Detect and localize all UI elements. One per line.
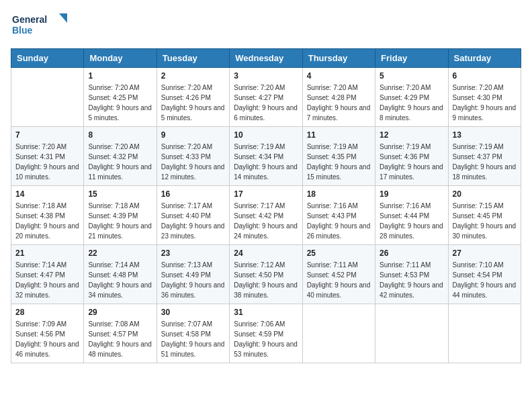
day-number: 22 [88,248,152,258]
day-info: Sunrise: 7:20 AMSunset: 4:33 PMDaylight:… [161,142,225,182]
calendar-cell [375,304,448,363]
calendar-cell: 14Sunrise: 7:18 AMSunset: 4:38 PMDayligh… [11,185,84,244]
day-info: Sunrise: 7:18 AMSunset: 4:39 PMDaylight:… [88,201,152,241]
day-number: 13 [453,130,517,140]
svg-text:Blue: Blue [12,25,33,36]
day-info: Sunrise: 7:19 AMSunset: 4:35 PMDaylight:… [307,142,371,182]
day-number: 27 [453,248,517,258]
day-info: Sunrise: 7:11 AMSunset: 4:53 PMDaylight:… [380,260,443,300]
calendar-cell: 16Sunrise: 7:17 AMSunset: 4:40 PMDayligh… [157,185,229,244]
svg-marker-2 [59,13,67,23]
calendar-cell: 5Sunrise: 7:20 AMSunset: 4:29 PMDaylight… [375,67,448,126]
day-number: 18 [307,189,371,199]
calendar-cell: 15Sunrise: 7:18 AMSunset: 4:39 PMDayligh… [84,185,157,244]
day-info: Sunrise: 7:09 AMSunset: 4:56 PMDaylight:… [15,319,79,359]
day-info: Sunrise: 7:16 AMSunset: 4:44 PMDaylight:… [380,201,443,241]
logo-svg: General Blue [11,11,71,38]
week-row-3: 14Sunrise: 7:18 AMSunset: 4:38 PMDayligh… [11,185,521,244]
day-number: 19 [380,189,443,199]
day-info: Sunrise: 7:07 AMSunset: 4:58 PMDaylight:… [161,319,225,359]
day-number: 31 [234,308,298,317]
day-number: 17 [234,189,298,199]
logo-text: General Blue [11,11,71,40]
calendar-cell: 19Sunrise: 7:16 AMSunset: 4:44 PMDayligh… [375,185,448,244]
calendar-cell: 23Sunrise: 7:13 AMSunset: 4:49 PMDayligh… [157,244,229,304]
day-info: Sunrise: 7:12 AMSunset: 4:50 PMDaylight:… [234,260,298,300]
week-row-2: 7Sunrise: 7:20 AMSunset: 4:31 PMDaylight… [11,126,521,185]
day-number: 11 [307,130,371,140]
day-info: Sunrise: 7:19 AMSunset: 4:36 PMDaylight:… [380,142,443,182]
weekday-thursday: Thursday [302,48,375,67]
day-number: 16 [161,189,225,199]
day-info: Sunrise: 7:20 AMSunset: 4:25 PMDaylight:… [88,83,152,123]
day-number: 25 [307,248,371,258]
weekday-tuesday: Tuesday [157,48,229,67]
calendar-cell: 26Sunrise: 7:11 AMSunset: 4:53 PMDayligh… [375,244,448,304]
weekday-friday: Friday [375,48,448,67]
calendar-cell: 24Sunrise: 7:12 AMSunset: 4:50 PMDayligh… [230,244,302,304]
calendar-cell: 12Sunrise: 7:19 AMSunset: 4:36 PMDayligh… [375,126,448,185]
calendar-cell: 9Sunrise: 7:20 AMSunset: 4:33 PMDaylight… [157,126,229,185]
day-number: 6 [453,71,517,81]
day-info: Sunrise: 7:20 AMSunset: 4:27 PMDaylight:… [234,83,298,123]
calendar-cell: 18Sunrise: 7:16 AMSunset: 4:43 PMDayligh… [302,185,375,244]
calendar-cell: 21Sunrise: 7:14 AMSunset: 4:47 PMDayligh… [11,244,84,304]
day-number: 30 [161,308,225,317]
calendar-cell: 29Sunrise: 7:08 AMSunset: 4:57 PMDayligh… [84,304,157,363]
calendar-cell: 25Sunrise: 7:11 AMSunset: 4:52 PMDayligh… [302,244,375,304]
day-number: 8 [88,130,152,140]
page-header: General Blue [11,11,521,40]
calendar-cell: 3Sunrise: 7:20 AMSunset: 4:27 PMDaylight… [230,67,302,126]
day-number: 24 [234,248,298,258]
day-info: Sunrise: 7:17 AMSunset: 4:40 PMDaylight:… [161,201,225,241]
week-row-4: 21Sunrise: 7:14 AMSunset: 4:47 PMDayligh… [11,244,521,304]
day-number: 21 [15,248,79,258]
day-number: 10 [234,130,298,140]
day-info: Sunrise: 7:16 AMSunset: 4:43 PMDaylight:… [307,201,371,241]
calendar-cell: 7Sunrise: 7:20 AMSunset: 4:31 PMDaylight… [11,126,84,185]
day-info: Sunrise: 7:17 AMSunset: 4:42 PMDaylight:… [234,201,298,241]
calendar-cell: 6Sunrise: 7:20 AMSunset: 4:30 PMDaylight… [448,67,521,126]
day-number: 20 [453,189,517,199]
calendar-cell: 27Sunrise: 7:10 AMSunset: 4:54 PMDayligh… [448,244,521,304]
calendar-table: SundayMondayTuesdayWednesdayThursdayFrid… [11,48,521,363]
day-number: 9 [161,130,225,140]
calendar-cell [302,304,375,363]
calendar-cell [11,67,84,126]
calendar-cell: 10Sunrise: 7:19 AMSunset: 4:34 PMDayligh… [230,126,302,185]
svg-text:General: General [12,14,47,25]
day-info: Sunrise: 7:19 AMSunset: 4:37 PMDaylight:… [453,142,517,182]
day-number: 5 [380,71,443,81]
day-number: 28 [15,308,79,317]
calendar-cell: 28Sunrise: 7:09 AMSunset: 4:56 PMDayligh… [11,304,84,363]
weekday-wednesday: Wednesday [230,48,302,67]
calendar-cell: 11Sunrise: 7:19 AMSunset: 4:35 PMDayligh… [302,126,375,185]
day-info: Sunrise: 7:10 AMSunset: 4:54 PMDaylight:… [453,260,517,300]
calendar-cell: 31Sunrise: 7:06 AMSunset: 4:59 PMDayligh… [230,304,302,363]
calendar-cell: 2Sunrise: 7:20 AMSunset: 4:26 PMDaylight… [157,67,229,126]
calendar-cell: 30Sunrise: 7:07 AMSunset: 4:58 PMDayligh… [157,304,229,363]
calendar-cell: 20Sunrise: 7:15 AMSunset: 4:45 PMDayligh… [448,185,521,244]
day-number: 15 [88,189,152,199]
week-row-1: 1Sunrise: 7:20 AMSunset: 4:25 PMDaylight… [11,67,521,126]
day-number: 7 [15,130,79,140]
day-info: Sunrise: 7:20 AMSunset: 4:26 PMDaylight:… [161,83,225,123]
day-number: 29 [88,308,152,317]
day-number: 26 [380,248,443,258]
calendar-cell: 13Sunrise: 7:19 AMSunset: 4:37 PMDayligh… [448,126,521,185]
calendar-cell: 17Sunrise: 7:17 AMSunset: 4:42 PMDayligh… [230,185,302,244]
day-info: Sunrise: 7:14 AMSunset: 4:48 PMDaylight:… [88,260,152,300]
calendar-cell [448,304,521,363]
calendar-cell: 8Sunrise: 7:20 AMSunset: 4:32 PMDaylight… [84,126,157,185]
day-info: Sunrise: 7:19 AMSunset: 4:34 PMDaylight:… [234,142,298,182]
day-number: 12 [380,130,443,140]
day-info: Sunrise: 7:20 AMSunset: 4:28 PMDaylight:… [307,83,371,123]
day-number: 1 [88,71,152,81]
day-number: 4 [307,71,371,81]
calendar-body: 1Sunrise: 7:20 AMSunset: 4:25 PMDaylight… [11,67,521,363]
day-info: Sunrise: 7:15 AMSunset: 4:45 PMDaylight:… [453,201,517,241]
day-number: 2 [161,71,225,81]
day-info: Sunrise: 7:08 AMSunset: 4:57 PMDaylight:… [88,319,152,359]
weekday-saturday: Saturday [448,48,521,67]
weekday-header-row: SundayMondayTuesdayWednesdayThursdayFrid… [11,48,521,67]
